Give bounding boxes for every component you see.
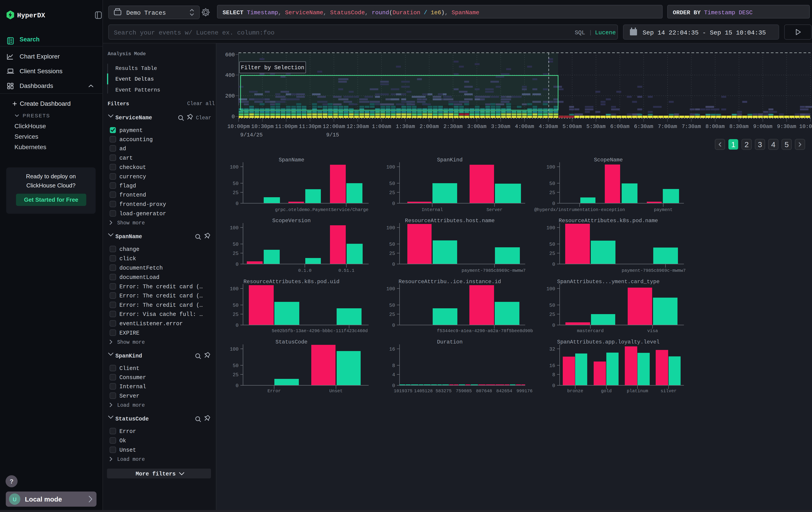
svg-text:StatusCode: StatusCode — [276, 339, 308, 345]
svg-text:12:30am: 12:30am — [346, 124, 369, 130]
svg-text:load-generator: load-generator — [119, 211, 166, 217]
svg-text:4:30am: 4:30am — [539, 124, 558, 130]
svg-text:SQL: SQL — [575, 29, 585, 36]
svg-text:payment: payment — [654, 207, 673, 212]
svg-text:600: 600 — [225, 52, 235, 58]
svg-text:100: 100 — [386, 164, 395, 170]
svg-text:visa: visa — [647, 328, 658, 333]
svg-text:payment-7985c8969c-mwmw7: payment-7985c8969c-mwmw7 — [622, 268, 686, 273]
svg-text:0: 0 — [392, 201, 395, 207]
svg-text:25: 25 — [549, 312, 555, 318]
svg-text:25: 25 — [389, 190, 395, 196]
svg-text:5: 5 — [785, 140, 789, 149]
svg-text:eventListener.error: eventListener.error — [119, 321, 183, 327]
svg-text:3:00am: 3:00am — [467, 124, 486, 130]
svg-text:Clear: Clear — [196, 115, 211, 121]
svg-text:SpanKind: SpanKind — [115, 353, 142, 359]
svg-text:click: click — [119, 255, 136, 262]
svg-text:759085: 759085 — [456, 388, 472, 394]
svg-text:1:30am: 1:30am — [396, 124, 415, 130]
svg-text:payment: payment — [119, 127, 143, 134]
svg-text:HyperDX: HyperDX — [17, 12, 45, 19]
svg-text:2:30am: 2:30am — [443, 124, 462, 130]
svg-text:100: 100 — [230, 347, 238, 352]
svg-text:0: 0 — [552, 383, 555, 389]
svg-text:SpanKind: SpanKind — [437, 157, 462, 163]
svg-text:0: 0 — [236, 383, 238, 389]
svg-text:documentFetch: documentFetch — [119, 265, 163, 271]
svg-text:SpanName: SpanName — [279, 157, 304, 163]
svg-text:842654: 842654 — [496, 388, 512, 394]
svg-text:Internal: Internal — [119, 383, 146, 390]
svg-text:400: 400 — [225, 72, 235, 78]
svg-text:10:30pm: 10:30pm — [251, 124, 274, 130]
svg-text:Search your events w/ Lucene e: Search your events w/ Lucene ex. column:… — [114, 29, 274, 36]
svg-text:checkout: checkout — [119, 164, 146, 171]
svg-text:ResourceAttributes.k8s.pod.nam: ResourceAttributes.k8s.pod.name — [559, 218, 658, 224]
svg-text:0: 0 — [392, 262, 395, 267]
svg-text:Error: The credit card (…: Error: The credit card (… — [119, 302, 203, 308]
svg-text:16: 16 — [549, 363, 555, 369]
svg-text:0: 0 — [236, 201, 238, 207]
svg-text:50: 50 — [233, 242, 238, 247]
svg-text:SpanAttributes.app.loyalty.lev: SpanAttributes.app.loyalty.level — [557, 339, 660, 345]
svg-text:U: U — [13, 496, 17, 503]
svg-text:f5344ec9-a1ea-4290-a62a-78f5be: f5344ec9-a1ea-4290-a62a-78f5bee8d90b — [437, 328, 533, 333]
svg-text:0: 0 — [236, 262, 238, 267]
svg-text:SpanName: SpanName — [115, 234, 142, 240]
svg-text:Dashboards: Dashboards — [20, 82, 53, 89]
svg-text:grpc.oteldemo.PaymentService/C: grpc.oteldemo.PaymentService/Charge — [275, 207, 369, 212]
svg-text:1:00am: 1:00am — [372, 124, 391, 130]
svg-text:ResourceAttribu..ice.instance.: ResourceAttribu..ice.instance.id — [399, 279, 501, 285]
svg-text:0: 0 — [392, 383, 395, 389]
svg-text:25: 25 — [233, 190, 238, 196]
svg-text:100: 100 — [230, 286, 238, 292]
svg-text:Get Started for Free: Get Started for Free — [24, 196, 78, 203]
svg-text:50: 50 — [549, 181, 555, 187]
svg-text:Error: Visa cache full: …: Error: Visa cache full: … — [119, 311, 203, 318]
svg-text:50: 50 — [389, 242, 395, 247]
svg-text:PRESETS: PRESETS — [23, 113, 50, 118]
svg-text:8: 8 — [552, 372, 555, 378]
svg-text:Kubernetes: Kubernetes — [14, 143, 46, 151]
svg-text:@hyperdx/instrumentation-excep: @hyperdx/instrumentation-exception — [534, 207, 625, 212]
svg-text:Duration: Duration — [437, 339, 462, 345]
svg-text:Filters: Filters — [108, 101, 129, 107]
svg-text:6:30am: 6:30am — [634, 124, 653, 130]
svg-text:More filters: More filters — [136, 471, 176, 477]
svg-text:32: 32 — [549, 347, 555, 352]
svg-text:Services: Services — [14, 133, 38, 140]
svg-text:Server: Server — [487, 207, 502, 212]
svg-text:583275: 583275 — [436, 388, 452, 394]
svg-text:Create Dashboard: Create Dashboard — [20, 100, 71, 107]
svg-text:SpanAttributes...yment.card_ty: SpanAttributes...yment.card_type — [557, 279, 660, 285]
svg-text:4: 4 — [392, 372, 395, 378]
svg-text:100: 100 — [546, 286, 555, 292]
svg-text:Sep 14 22:04:35 - Sep 15 10:04: Sep 14 22:04:35 - Sep 15 10:04:35 — [643, 29, 766, 36]
svg-text:Show more: Show more — [117, 340, 145, 345]
svg-text:10:00pm: 10:00pm — [228, 124, 250, 130]
svg-text:50: 50 — [549, 242, 555, 247]
svg-text:4: 4 — [771, 140, 776, 149]
svg-text:Chart Explorer: Chart Explorer — [20, 53, 60, 60]
svg-text:0: 0 — [552, 323, 555, 328]
svg-text:7:30am: 7:30am — [682, 124, 701, 130]
svg-text:3:30am: 3:30am — [491, 124, 510, 130]
svg-text:100: 100 — [546, 164, 555, 170]
svg-text:50: 50 — [389, 181, 395, 187]
svg-text:50: 50 — [233, 181, 238, 187]
svg-text:Unset: Unset — [329, 388, 343, 394]
svg-text:12:00am: 12:00am — [323, 124, 345, 130]
svg-text:50: 50 — [233, 303, 238, 308]
svg-text:50: 50 — [389, 303, 395, 308]
svg-text:25: 25 — [233, 372, 238, 378]
svg-text:Demo Traces: Demo Traces — [126, 10, 166, 17]
svg-text:1: 1 — [731, 140, 735, 149]
svg-text:3: 3 — [758, 140, 762, 149]
svg-text:0: 0 — [232, 114, 235, 120]
svg-text:Ok: Ok — [119, 438, 126, 444]
svg-text:StatusCode: StatusCode — [115, 416, 149, 422]
svg-text:flagd: flagd — [119, 183, 136, 189]
svg-text:Consumer: Consumer — [119, 374, 146, 381]
svg-text:100: 100 — [230, 225, 238, 231]
